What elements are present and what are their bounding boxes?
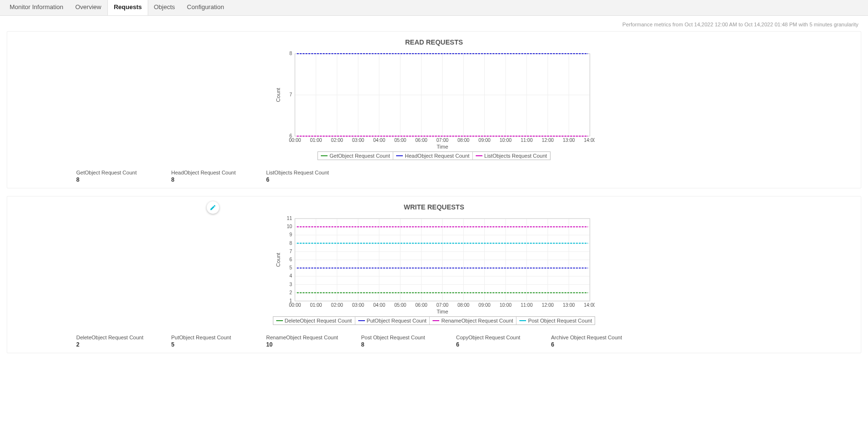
stat-label: PutObject Request Count <box>171 335 243 340</box>
svg-text:05:00: 05:00 <box>394 138 406 143</box>
legend-swatch <box>276 320 283 321</box>
stat-item: CopyObject Request Count6 <box>456 335 528 348</box>
stat-value: 6 <box>551 341 623 348</box>
stat-value: 5 <box>171 341 243 348</box>
legend-label: PutObject Request Count <box>367 318 427 324</box>
chart-panel: WRITE REQUESTS123456789101100:0001:0002:… <box>7 196 861 353</box>
legend-item[interactable]: DeleteObject Request Count <box>273 317 355 324</box>
legend-label: Post Object Request Count <box>528 318 592 324</box>
tab-requests[interactable]: Requests <box>107 0 148 15</box>
svg-text:8: 8 <box>289 51 292 56</box>
legend-label: HeadObject Request Count <box>405 153 469 159</box>
tab-configuration[interactable]: Configuration <box>181 0 230 15</box>
legend-item[interactable]: HeadObject Request Count <box>393 152 472 160</box>
legend-swatch <box>519 320 526 321</box>
svg-text:13:00: 13:00 <box>563 302 575 308</box>
chart-title: WRITE REQUESTS <box>14 203 854 211</box>
tab-objects[interactable]: Objects <box>148 0 181 15</box>
edit-icon[interactable] <box>207 201 219 214</box>
svg-text:8: 8 <box>289 241 292 246</box>
chart-legend: DeleteObject Request CountPutObject Requ… <box>273 316 596 325</box>
svg-text:11:00: 11:00 <box>521 302 533 308</box>
chart-legend: GetObject Request CountHeadObject Reques… <box>317 151 550 160</box>
stat-label: Archive Object Request Count <box>551 335 623 340</box>
chart-title: READ REQUESTS <box>14 38 854 46</box>
legend-label: DeleteObject Request Count <box>285 318 352 324</box>
stat-value: 8 <box>171 176 243 183</box>
svg-text:09:00: 09:00 <box>479 138 491 143</box>
stat-item: PutObject Request Count5 <box>171 335 243 348</box>
stat-label: CopyObject Request Count <box>456 335 528 340</box>
svg-text:09:00: 09:00 <box>479 302 491 308</box>
svg-text:01:00: 01:00 <box>310 302 322 308</box>
svg-text:01:00: 01:00 <box>310 138 322 143</box>
svg-text:3: 3 <box>289 282 292 287</box>
svg-text:05:00: 05:00 <box>394 302 406 308</box>
svg-text:Time: Time <box>436 309 448 314</box>
legend-item[interactable]: ListObjects Request Count <box>472 152 550 160</box>
legend-swatch <box>433 320 439 321</box>
svg-text:04:00: 04:00 <box>373 138 385 143</box>
stat-label: HeadObject Request Count <box>171 170 243 175</box>
svg-text:06:00: 06:00 <box>415 138 427 143</box>
stat-label: RenameObject Request Count <box>266 335 338 340</box>
legend-item[interactable]: RenameObject Request Count <box>429 317 516 324</box>
svg-text:06:00: 06:00 <box>415 302 427 308</box>
svg-text:5: 5 <box>289 265 292 270</box>
tab-overview[interactable]: Overview <box>70 0 107 15</box>
legend-label: GetObject Request Count <box>329 153 390 159</box>
stat-label: DeleteObject Request Count <box>76 335 148 340</box>
svg-text:Count: Count <box>275 88 281 102</box>
stat-value: 10 <box>266 341 338 348</box>
stat-value: 8 <box>76 176 148 183</box>
stat-item: ListObjects Request Count6 <box>266 170 338 183</box>
svg-text:07:00: 07:00 <box>436 302 448 308</box>
legend-swatch <box>358 320 365 321</box>
stats-row: DeleteObject Request Count2PutObject Req… <box>76 335 854 348</box>
stats-row: GetObject Request Count8HeadObject Reque… <box>76 170 854 183</box>
stat-item: HeadObject Request Count8 <box>171 170 243 183</box>
svg-text:6: 6 <box>289 257 292 262</box>
svg-text:9: 9 <box>289 232 292 237</box>
stat-label: ListObjects Request Count <box>266 170 338 175</box>
svg-text:12:00: 12:00 <box>542 302 554 308</box>
svg-text:11: 11 <box>287 216 293 221</box>
chart-plot: 67800:0001:0002:0003:0004:0005:0006:0007… <box>273 49 595 150</box>
legend-swatch <box>396 155 403 156</box>
svg-text:Count: Count <box>275 253 281 266</box>
legend-label: ListObjects Request Count <box>484 153 547 159</box>
legend-item[interactable]: Post Object Request Count <box>516 317 595 324</box>
stat-item: DeleteObject Request Count2 <box>76 335 148 348</box>
chart-plot: 123456789101100:0001:0002:0003:0004:0005… <box>273 214 595 314</box>
legend-item[interactable]: PutObject Request Count <box>355 317 430 324</box>
svg-text:00:00: 00:00 <box>289 138 301 143</box>
svg-text:2: 2 <box>289 290 292 295</box>
svg-text:04:00: 04:00 <box>373 302 385 308</box>
legend-label: RenameObject Request Count <box>441 318 513 324</box>
stat-item: GetObject Request Count8 <box>76 170 148 183</box>
stat-value: 6 <box>456 341 528 348</box>
chart-panel: READ REQUESTS67800:0001:0002:0003:0004:0… <box>7 31 861 188</box>
svg-text:7: 7 <box>289 92 292 97</box>
metrics-meta-text: Performance metrics from Oct 14,2022 12:… <box>7 20 861 31</box>
svg-text:13:00: 13:00 <box>563 138 575 143</box>
stat-label: Post Object Request Count <box>361 335 433 340</box>
svg-text:14:00: 14:00 <box>584 302 595 308</box>
stat-label: GetObject Request Count <box>76 170 148 175</box>
stat-value: 8 <box>361 341 433 348</box>
svg-text:12:00: 12:00 <box>542 138 554 143</box>
svg-text:4: 4 <box>289 273 292 278</box>
tab-monitor-information[interactable]: Monitor Information <box>4 0 70 15</box>
stat-item: Archive Object Request Count6 <box>551 335 623 348</box>
svg-text:11:00: 11:00 <box>521 138 533 143</box>
svg-text:10:00: 10:00 <box>500 302 512 308</box>
legend-swatch <box>321 155 328 156</box>
legend-item[interactable]: GetObject Request Count <box>318 152 393 160</box>
svg-text:03:00: 03:00 <box>352 138 364 143</box>
svg-text:10: 10 <box>287 224 293 229</box>
stat-value: 2 <box>76 341 148 348</box>
svg-text:14:00: 14:00 <box>584 138 595 143</box>
tabs-bar: Monitor InformationOverviewRequestsObjec… <box>0 0 868 16</box>
stat-value: 6 <box>266 176 338 183</box>
svg-text:07:00: 07:00 <box>436 138 448 143</box>
